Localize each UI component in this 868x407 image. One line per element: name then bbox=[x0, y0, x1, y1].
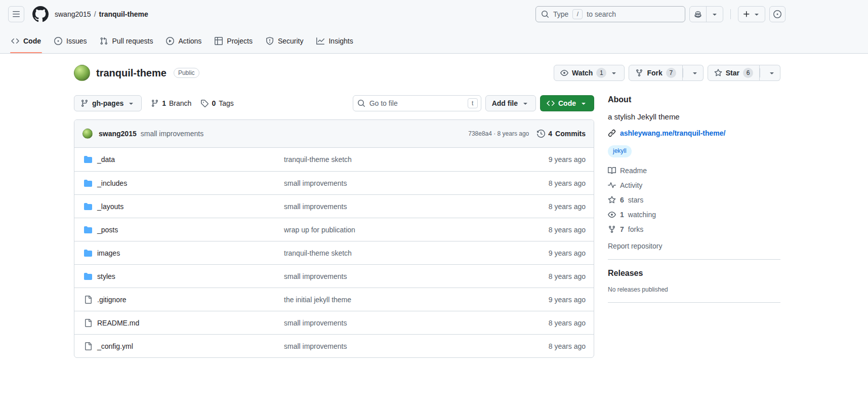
pull-request-icon bbox=[100, 37, 108, 45]
files-column: gh-pages 1 Branch 0 Tags bbox=[74, 89, 594, 358]
issues-dashboard-button[interactable] bbox=[769, 6, 786, 22]
file-commit-message-link[interactable]: small improvements bbox=[284, 319, 347, 327]
file-age: 9 years ago bbox=[510, 249, 586, 257]
code-button-label: Code bbox=[558, 99, 576, 107]
breadcrumb-owner-link[interactable]: swang2015 bbox=[55, 10, 91, 18]
code-icon bbox=[547, 99, 555, 107]
file-link[interactable]: .gitignore bbox=[97, 296, 127, 304]
folder-icon bbox=[84, 202, 92, 211]
file-commit-message-link[interactable]: small improvements bbox=[284, 202, 347, 211]
file-name-cell: _includes bbox=[82, 179, 284, 187]
file-link[interactable]: _posts bbox=[97, 226, 118, 234]
topic-tag-jekyll[interactable]: jekyll bbox=[608, 145, 632, 157]
github-logo-icon[interactable] bbox=[32, 6, 49, 22]
book-icon bbox=[608, 167, 616, 175]
repo-nav-tab-projects[interactable]: Projects bbox=[210, 28, 258, 53]
repo-nav-tab-insights[interactable]: Insights bbox=[311, 28, 358, 53]
file-link[interactable]: _data bbox=[97, 155, 115, 164]
file-link[interactable]: styles bbox=[97, 272, 115, 280]
branches-label: Branch bbox=[169, 99, 191, 107]
file-link[interactable]: README.md bbox=[97, 319, 139, 327]
sidebar-detail-stars[interactable]: 6 stars bbox=[608, 196, 780, 204]
sidebar-detail-readme[interactable]: Readme bbox=[608, 167, 780, 175]
page-title[interactable]: tranquil-theme bbox=[96, 67, 167, 79]
branches-link[interactable]: 1 Branch bbox=[151, 99, 191, 107]
file-icon bbox=[84, 296, 92, 304]
file-link[interactable]: _config.yml bbox=[97, 342, 133, 350]
repo-title-row: tranquil-theme Public Watch 1 Fork 7 bbox=[74, 54, 780, 89]
report-repository-link[interactable]: Report repository bbox=[608, 242, 662, 250]
file-commit-message-link[interactable]: tranquil-theme sketch bbox=[284, 249, 352, 257]
file-commit-message-link[interactable]: tranquil-theme sketch bbox=[284, 155, 352, 164]
table-row-layouts: _layouts small improvements 8 years ago bbox=[74, 194, 594, 218]
repo-nav-tab-code[interactable]: Code bbox=[6, 28, 46, 53]
sidebar-detail-forks[interactable]: 7 forks bbox=[608, 225, 780, 233]
chevron-down-icon bbox=[753, 10, 761, 18]
table-row-includes: _includes small improvements 8 years ago bbox=[74, 171, 594, 194]
star-dropdown-button[interactable] bbox=[760, 65, 780, 81]
add-file-button[interactable]: Add file bbox=[485, 95, 536, 111]
repo-nav-tab-issues[interactable]: Issues bbox=[49, 28, 92, 53]
table-icon bbox=[215, 37, 223, 45]
sidebar-detail-activity[interactable]: Activity bbox=[608, 181, 780, 189]
star-button[interactable]: Star 6 bbox=[708, 65, 760, 81]
file-link[interactable]: _includes bbox=[97, 179, 127, 187]
graph-icon bbox=[316, 37, 324, 45]
file-commit-message-cell: small improvements bbox=[284, 342, 510, 350]
owner-avatar[interactable] bbox=[74, 65, 90, 81]
page-container: tranquil-theme Public Watch 1 Fork 7 bbox=[74, 54, 780, 358]
fork-dropdown-button[interactable] bbox=[683, 65, 704, 81]
breadcrumb-repo-link[interactable]: tranquil-theme bbox=[99, 10, 148, 18]
global-search-input[interactable]: Type / to search bbox=[535, 6, 685, 22]
commit-author-avatar[interactable] bbox=[82, 129, 93, 139]
folder-icon bbox=[84, 226, 92, 234]
watch-button[interactable]: Watch 1 bbox=[554, 65, 625, 81]
eye-icon bbox=[560, 69, 568, 77]
file-link[interactable]: images bbox=[97, 249, 120, 257]
star-icon bbox=[714, 69, 722, 77]
sidebar-divider bbox=[608, 259, 780, 260]
file-commit-message-link[interactable]: wrap up for publication bbox=[284, 226, 355, 234]
file-age: 8 years ago bbox=[510, 319, 586, 327]
commit-sha-time[interactable]: 738e8a4 · 8 years ago bbox=[468, 130, 529, 137]
repo-nav-tab-actions[interactable]: Actions bbox=[161, 28, 206, 53]
repo-nav-tab-pull-requests[interactable]: Pull requests bbox=[95, 28, 158, 53]
folder-icon bbox=[84, 179, 92, 187]
file-commit-message-link[interactable]: small improvements bbox=[284, 179, 347, 187]
file-name-cell: _layouts bbox=[82, 202, 284, 211]
about-title: About bbox=[608, 95, 780, 104]
search-icon bbox=[541, 10, 549, 18]
branch-selector-button[interactable]: gh-pages bbox=[74, 95, 142, 111]
tags-link[interactable]: 0 Tags bbox=[200, 99, 233, 107]
star-button-group: Star 6 bbox=[708, 65, 780, 81]
releases-title[interactable]: Releases bbox=[608, 269, 780, 278]
website-row: ashleywang.me/tranquil-theme/ bbox=[608, 129, 780, 137]
shield-icon bbox=[266, 37, 274, 45]
website-link[interactable]: ashleywang.me/tranquil-theme/ bbox=[620, 129, 726, 137]
file-controls-right: t Add file Code bbox=[353, 95, 594, 111]
create-new-button[interactable] bbox=[738, 6, 765, 22]
star-label: Star bbox=[726, 69, 739, 77]
goto-file-input[interactable] bbox=[353, 95, 481, 111]
topbar: swang2015 / tranquil-theme Type / to sea… bbox=[0, 0, 868, 28]
file-commit-message-link[interactable]: small improvements bbox=[284, 342, 347, 350]
file-controls-row: gh-pages 1 Branch 0 Tags bbox=[74, 95, 594, 111]
file-commit-message-link[interactable]: small improvements bbox=[284, 272, 347, 280]
fork-button[interactable]: Fork 7 bbox=[629, 65, 682, 81]
commit-history-link[interactable]: 4 Commits bbox=[537, 130, 586, 138]
repo-nav-tab-security[interactable]: Security bbox=[261, 28, 309, 53]
copilot-dropdown-button[interactable] bbox=[706, 7, 723, 22]
repo-nav: Code Issues Pull requests Actions Projec… bbox=[0, 28, 868, 53]
commit-message-link[interactable]: small improvements bbox=[141, 130, 203, 138]
copilot-icon bbox=[694, 10, 702, 18]
visibility-badge: Public bbox=[174, 68, 199, 78]
copilot-button[interactable] bbox=[690, 7, 706, 22]
star-count: 6 bbox=[743, 68, 753, 78]
sidebar-detail-watching[interactable]: 1 watching bbox=[608, 211, 780, 219]
chevron-down-icon bbox=[711, 10, 719, 18]
hamburger-menu-button[interactable] bbox=[8, 6, 24, 22]
file-commit-message-link[interactable]: the initial jekyll theme bbox=[284, 296, 351, 304]
file-link[interactable]: _layouts bbox=[97, 202, 123, 211]
code-button[interactable]: Code bbox=[540, 95, 594, 111]
commit-author-link[interactable]: swang2015 bbox=[99, 130, 137, 138]
